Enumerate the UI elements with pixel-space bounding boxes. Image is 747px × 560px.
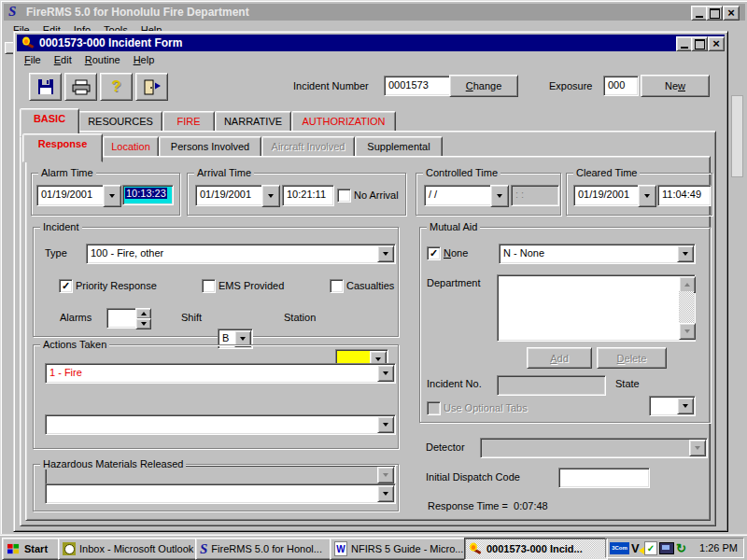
incident-number-field[interactable]: 0001573 — [384, 76, 453, 96]
dropdown-arrow-button[interactable] — [377, 416, 394, 433]
taskbar-clock: 1:26 PM — [699, 542, 740, 553]
action-1-combobox[interactable]: 1 - Fire — [45, 363, 396, 384]
incident-group: Incident Type 100 - Fire, other ✓ Priori… — [33, 227, 399, 337]
department-scrollbar[interactable] — [679, 276, 694, 340]
firerms-icon: S — [200, 542, 207, 555]
detector-combobox — [480, 438, 708, 458]
form-menu-help[interactable]: Help — [127, 52, 162, 67]
casualties-checkbox[interactable] — [330, 279, 344, 293]
chevron-down-icon — [268, 194, 274, 198]
print-button[interactable] — [64, 73, 97, 101]
scroll-down-button[interactable] — [679, 323, 696, 340]
form-menu-edit[interactable]: Edit — [48, 52, 78, 67]
task-button-incident-form[interactable]: 0001573-000 Incid... — [464, 538, 608, 560]
form-titlebar[interactable]: 0001573-000 Incident Form — [17, 35, 725, 51]
mutual-aid-none-checkbox[interactable]: ✓ — [427, 246, 441, 260]
chevron-down-icon — [644, 194, 650, 198]
department-listbox[interactable] — [497, 274, 696, 342]
dropdown-arrow-button[interactable] — [377, 365, 394, 382]
maximize-icon — [710, 8, 720, 19]
mutual-aid-combobox[interactable]: N - None — [499, 244, 696, 264]
dropdown-arrow-button[interactable] — [677, 245, 694, 262]
incident-type-combobox[interactable]: 100 - Fire, other — [86, 244, 396, 264]
form-title: 0001573-000 Incident Form — [39, 36, 182, 49]
cleared-date-field[interactable]: 01/19/2001 — [573, 185, 641, 206]
priority-response-checkbox[interactable]: ✓ — [59, 279, 73, 293]
vshield-icon[interactable]: V — [631, 542, 642, 554]
ems-provided-label: EMS Provided — [218, 280, 284, 291]
action-2-combobox[interactable] — [45, 414, 396, 435]
actions-taken-group: Actions Taken 1 - Fire — [33, 344, 399, 449]
exposure-label: Exposure — [549, 80, 592, 91]
main-titlebar[interactable]: S FireRMS 5.0 for Honolulu Fire Departme… — [4, 4, 745, 21]
form-close-button[interactable]: × — [708, 36, 725, 51]
arrival-date-dropdown-button[interactable] — [261, 185, 280, 207]
arrival-time-group: Arrival Time 01/19/2001 10:21:11 No Arri… — [187, 173, 406, 216]
subtab-response[interactable]: Response — [22, 133, 103, 162]
flame-icon — [469, 542, 483, 556]
state-combobox[interactable] — [649, 396, 696, 416]
dropdown-arrow-button — [689, 440, 706, 456]
alarms-spin-down-button[interactable] — [135, 318, 151, 329]
task-button-outlook[interactable]: Inbox - Microsoft Outlook — [58, 538, 202, 560]
incident-form-window: 0001573-000 Incident Form × FileEditRout… — [13, 31, 728, 532]
arrival-time-field[interactable]: 10:21:11 — [282, 185, 334, 206]
display-icon[interactable] — [659, 542, 674, 554]
exposure-field[interactable]: 000 — [603, 76, 639, 96]
task-button-nfirs[interactable]: W NFIRS 5 Guide - Micro... — [330, 538, 471, 560]
dropdown-arrow-button[interactable] — [677, 398, 694, 414]
controlled-time-field: : : — [511, 185, 559, 206]
dropdown-arrow-button[interactable] — [377, 245, 394, 262]
form-menu-file[interactable]: File — [18, 52, 48, 67]
main-close-button[interactable]: × — [723, 6, 740, 21]
department-label: Department — [427, 277, 480, 288]
question-mark-icon: ? — [111, 79, 120, 94]
firerms-logo-icon: S — [8, 5, 16, 18]
cleared-time-field[interactable]: 11:04:49 — [657, 185, 712, 206]
hazmat-combobox[interactable] — [45, 483, 396, 504]
no-arrival-checkbox[interactable] — [337, 189, 351, 203]
use-optional-tabs-checkbox — [427, 401, 441, 415]
form-maximize-button[interactable] — [691, 36, 708, 51]
change-button[interactable]: Change — [449, 75, 518, 97]
netcheck-icon[interactable]: ✓ — [644, 541, 657, 555]
mdi-scroll-strip[interactable] — [731, 95, 743, 177]
3com-icon[interactable]: 3Com — [610, 542, 629, 554]
alarm-date-dropdown-button[interactable] — [103, 185, 121, 207]
help-button[interactable]: ? — [100, 73, 133, 101]
alarms-spinner[interactable] — [106, 308, 138, 329]
maximize-icon — [695, 39, 705, 49]
start-button[interactable]: Start — [2, 538, 62, 560]
scrollbar-track[interactable] — [679, 291, 694, 325]
chevron-down-icon — [383, 492, 388, 496]
flame-icon — [21, 36, 35, 50]
incident-legend: Incident — [40, 221, 82, 232]
controlled-date-field[interactable]: / / — [424, 185, 493, 206]
exit-button[interactable] — [135, 73, 168, 101]
word-icon: W — [334, 541, 347, 556]
exit-door-icon — [143, 79, 162, 95]
save-button[interactable] — [29, 73, 62, 101]
sync-icon[interactable]: ↻ — [676, 542, 686, 554]
selected-text: 10:13:23 — [125, 188, 167, 199]
form-menu-routine[interactable]: Routine — [78, 52, 127, 67]
cleared-date-dropdown-button[interactable] — [638, 185, 656, 207]
chevron-down-icon — [683, 252, 688, 256]
alarm-date-field[interactable]: 01/19/2001 — [36, 185, 106, 206]
minimize-icon — [696, 16, 703, 18]
dropdown-arrow-button[interactable] — [377, 485, 394, 502]
arrival-date-field[interactable]: 01/19/2001 — [195, 185, 264, 206]
chevron-down-icon — [383, 371, 388, 375]
ems-provided-checkbox[interactable] — [202, 279, 216, 293]
controlled-date-dropdown-button[interactable] — [490, 185, 509, 207]
desktop: S FireRMS 5.0 for Honolulu Fire Departme… — [0, 0, 747, 560]
main-maximize-button[interactable] — [706, 6, 723, 21]
shift-label: Shift — [181, 312, 202, 323]
task-button-firerms[interactable]: S FireRMS 5.0 for Honol... — [195, 538, 336, 560]
new-button[interactable]: New — [641, 75, 710, 97]
form-menubar[interactable]: FileEditRoutineHelp — [18, 52, 161, 68]
mutual-aid-legend: Mutual Aid — [427, 221, 480, 232]
initial-dispatch-field[interactable] — [558, 468, 650, 488]
chevron-up-icon — [141, 312, 147, 315]
alarm-time-field[interactable]: 10:13:23 — [122, 185, 174, 205]
